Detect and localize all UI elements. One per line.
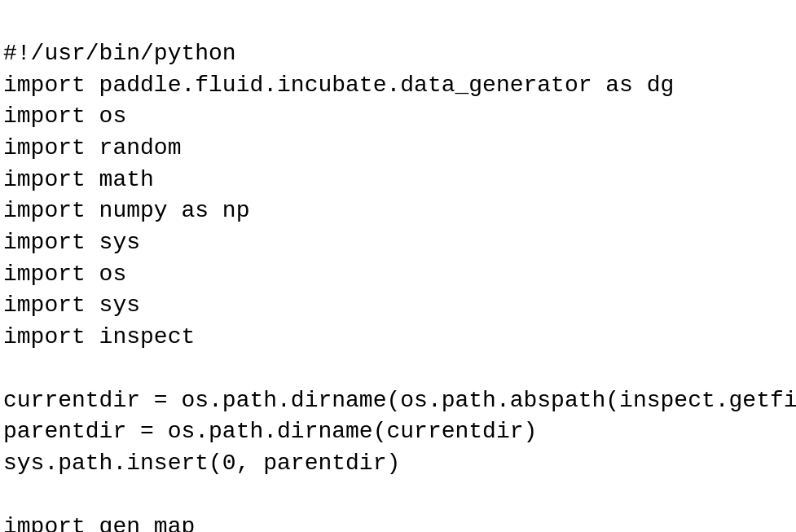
code-line-empty xyxy=(3,480,793,512)
code-line: import os xyxy=(3,259,793,291)
code-line: currentdir = os.path.dirname(os.path.abs… xyxy=(3,385,793,417)
code-line: import inspect xyxy=(3,322,793,354)
code-line: sys.path.insert(0, parentdir) xyxy=(3,448,793,480)
code-line: parentdir = os.path.dirname(currentdir) xyxy=(3,416,793,448)
code-line: #!/usr/bin/python xyxy=(3,38,793,70)
code-line-empty xyxy=(3,353,793,385)
code-line: import numpy as np xyxy=(3,196,793,227)
code-line: import math xyxy=(3,165,793,196)
code-line: import sys xyxy=(3,227,793,259)
code-line: import random xyxy=(3,133,793,165)
code-line: import os xyxy=(3,101,793,133)
code-line: import paddle.fluid.incubate.data_genera… xyxy=(3,70,793,102)
code-line: import gen_map xyxy=(3,512,793,532)
code-line: import sys xyxy=(3,290,793,322)
code-editor: #!/usr/bin/pythonimport paddle.fluid.inc… xyxy=(0,0,796,532)
